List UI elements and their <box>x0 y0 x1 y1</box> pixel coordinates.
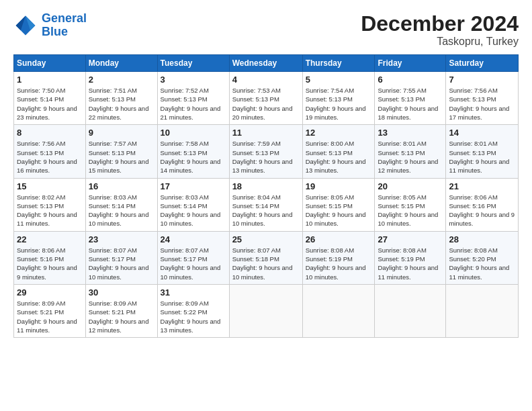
logo-text: General Blue <box>42 12 87 39</box>
col-tuesday: Tuesday <box>157 55 229 72</box>
day-number: 28 <box>449 234 515 244</box>
table-row: 6Sunrise: 7:55 AMSunset: 5:13 PMDaylight… <box>375 72 446 125</box>
day-number: 8 <box>17 128 83 138</box>
col-friday: Friday <box>375 55 446 72</box>
table-row: 11Sunrise: 7:59 AMSunset: 5:13 PMDayligh… <box>229 125 302 178</box>
day-number: 29 <box>17 287 83 298</box>
day-info: Sunrise: 8:03 AMSunset: 5:14 PMDaylight:… <box>161 193 226 228</box>
table-row: 8Sunrise: 7:56 AMSunset: 5:13 PMDaylight… <box>14 125 86 178</box>
location: Taskopru, Turkey <box>361 36 519 48</box>
day-number: 23 <box>89 234 154 244</box>
day-info: Sunrise: 8:07 AMSunset: 5:17 PMDaylight:… <box>161 246 226 281</box>
day-info: Sunrise: 8:00 AMSunset: 5:13 PMDaylight:… <box>306 139 372 175</box>
table-row: 5Sunrise: 7:54 AMSunset: 5:13 PMDaylight… <box>302 72 375 125</box>
logo-icon <box>13 13 38 38</box>
day-info: Sunrise: 7:51 AMSunset: 5:13 PMDaylight:… <box>89 86 154 122</box>
table-row <box>446 284 519 337</box>
day-info: Sunrise: 8:06 AMSunset: 5:16 PMDaylight:… <box>17 246 83 281</box>
day-info: Sunrise: 8:04 AMSunset: 5:14 PMDaylight:… <box>232 193 300 228</box>
day-number: 16 <box>89 181 154 191</box>
table-row: 17Sunrise: 8:03 AMSunset: 5:14 PMDayligh… <box>157 178 229 231</box>
table-row: 20Sunrise: 8:05 AMSunset: 5:15 PMDayligh… <box>375 178 446 231</box>
day-info: Sunrise: 7:50 AMSunset: 5:14 PMDaylight:… <box>17 86 83 122</box>
table-row: 26Sunrise: 8:08 AMSunset: 5:19 PMDayligh… <box>302 231 375 284</box>
day-number: 22 <box>17 234 83 244</box>
day-info: Sunrise: 8:08 AMSunset: 5:20 PMDaylight:… <box>449 246 515 281</box>
col-sunday: Sunday <box>14 55 86 72</box>
day-info: Sunrise: 7:53 AMSunset: 5:13 PMDaylight:… <box>232 86 300 122</box>
col-saturday: Saturday <box>446 55 519 72</box>
day-number: 25 <box>232 234 300 244</box>
logo-blue: Blue <box>42 25 68 38</box>
page: General Blue December 2024 Taskopru, Tur… <box>0 0 532 345</box>
day-number: 6 <box>378 75 443 85</box>
table-row: 22Sunrise: 8:06 AMSunset: 5:16 PMDayligh… <box>14 231 86 284</box>
day-number: 30 <box>89 287 154 298</box>
header: General Blue December 2024 Taskopru, Tur… <box>13 12 519 48</box>
day-number: 21 <box>449 181 515 191</box>
day-number: 18 <box>232 181 300 191</box>
logo: General Blue <box>13 12 87 39</box>
calendar-week-row: 22Sunrise: 8:06 AMSunset: 5:16 PMDayligh… <box>14 231 519 284</box>
day-number: 1 <box>17 75 83 85</box>
calendar-week-row: 1Sunrise: 7:50 AMSunset: 5:14 PMDaylight… <box>14 72 519 125</box>
day-number: 3 <box>161 75 226 85</box>
logo-general: General <box>42 11 87 25</box>
day-info: Sunrise: 8:09 AMSunset: 5:21 PMDaylight:… <box>89 299 154 334</box>
table-row <box>302 284 375 337</box>
table-row: 14Sunrise: 8:01 AMSunset: 5:13 PMDayligh… <box>446 125 519 178</box>
day-info: Sunrise: 8:09 AMSunset: 5:21 PMDaylight:… <box>17 299 83 334</box>
table-row: 30Sunrise: 8:09 AMSunset: 5:21 PMDayligh… <box>85 284 157 337</box>
day-number: 2 <box>89 75 154 85</box>
day-info: Sunrise: 7:54 AMSunset: 5:13 PMDaylight:… <box>306 86 372 122</box>
day-number: 14 <box>449 128 515 138</box>
table-row: 15Sunrise: 8:02 AMSunset: 5:13 PMDayligh… <box>14 178 86 231</box>
day-number: 9 <box>89 128 154 138</box>
day-number: 31 <box>161 287 226 298</box>
day-info: Sunrise: 8:02 AMSunset: 5:13 PMDaylight:… <box>17 193 83 228</box>
table-row: 16Sunrise: 8:03 AMSunset: 5:14 PMDayligh… <box>85 178 157 231</box>
day-info: Sunrise: 7:57 AMSunset: 5:13 PMDaylight:… <box>89 139 154 175</box>
table-row: 3Sunrise: 7:52 AMSunset: 5:13 PMDaylight… <box>157 72 229 125</box>
calendar-week-row: 15Sunrise: 8:02 AMSunset: 5:13 PMDayligh… <box>14 178 519 231</box>
day-number: 4 <box>232 75 300 85</box>
calendar: Sunday Monday Tuesday Wednesday Thursday… <box>13 54 519 338</box>
table-row: 9Sunrise: 7:57 AMSunset: 5:13 PMDaylight… <box>85 125 157 178</box>
day-info: Sunrise: 8:05 AMSunset: 5:15 PMDaylight:… <box>378 193 443 228</box>
table-row: 2Sunrise: 7:51 AMSunset: 5:13 PMDaylight… <box>85 72 157 125</box>
calendar-week-row: 8Sunrise: 7:56 AMSunset: 5:13 PMDaylight… <box>14 125 519 178</box>
table-row: 13Sunrise: 8:01 AMSunset: 5:13 PMDayligh… <box>375 125 446 178</box>
table-row: 4Sunrise: 7:53 AMSunset: 5:13 PMDaylight… <box>229 72 302 125</box>
day-info: Sunrise: 8:07 AMSunset: 5:18 PMDaylight:… <box>232 246 300 281</box>
month-title: December 2024 <box>361 12 519 36</box>
day-info: Sunrise: 8:06 AMSunset: 5:16 PMDaylight:… <box>449 193 515 228</box>
day-info: Sunrise: 8:08 AMSunset: 5:19 PMDaylight:… <box>378 246 443 281</box>
day-info: Sunrise: 8:09 AMSunset: 5:22 PMDaylight:… <box>161 299 226 334</box>
table-row: 28Sunrise: 8:08 AMSunset: 5:20 PMDayligh… <box>446 231 519 284</box>
day-number: 20 <box>378 181 443 191</box>
day-number: 11 <box>232 128 300 138</box>
col-wednesday: Wednesday <box>229 55 302 72</box>
table-row <box>375 284 446 337</box>
table-row: 21Sunrise: 8:06 AMSunset: 5:16 PMDayligh… <box>446 178 519 231</box>
day-number: 17 <box>161 181 226 191</box>
day-info: Sunrise: 7:56 AMSunset: 5:13 PMDaylight:… <box>17 139 83 175</box>
day-info: Sunrise: 8:05 AMSunset: 5:15 PMDaylight:… <box>306 193 372 228</box>
table-row: 31Sunrise: 8:09 AMSunset: 5:22 PMDayligh… <box>157 284 229 337</box>
table-row <box>229 284 302 337</box>
table-row: 1Sunrise: 7:50 AMSunset: 5:14 PMDaylight… <box>14 72 86 125</box>
day-number: 19 <box>306 181 372 191</box>
calendar-header-row: Sunday Monday Tuesday Wednesday Thursday… <box>14 55 519 72</box>
day-number: 27 <box>378 234 443 244</box>
table-row: 23Sunrise: 8:07 AMSunset: 5:17 PMDayligh… <box>85 231 157 284</box>
table-row: 19Sunrise: 8:05 AMSunset: 5:15 PMDayligh… <box>302 178 375 231</box>
table-row: 29Sunrise: 8:09 AMSunset: 5:21 PMDayligh… <box>14 284 86 337</box>
day-number: 7 <box>449 75 515 85</box>
calendar-week-row: 29Sunrise: 8:09 AMSunset: 5:21 PMDayligh… <box>14 284 519 337</box>
day-number: 24 <box>161 234 226 244</box>
day-info: Sunrise: 7:52 AMSunset: 5:13 PMDaylight:… <box>161 86 226 122</box>
day-number: 5 <box>306 75 372 85</box>
day-info: Sunrise: 8:07 AMSunset: 5:17 PMDaylight:… <box>89 246 154 281</box>
day-number: 15 <box>17 181 83 191</box>
day-number: 12 <box>306 128 372 138</box>
